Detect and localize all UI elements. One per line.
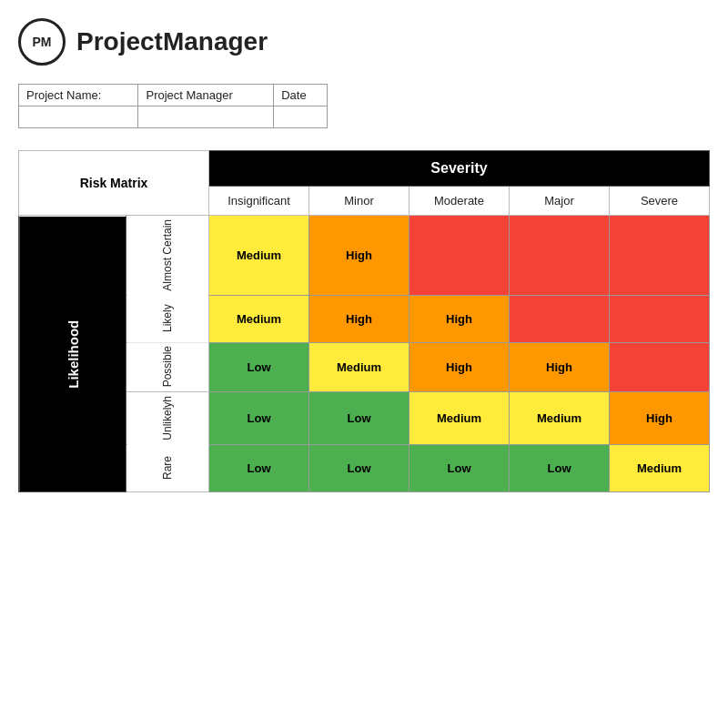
- app-title: ProjectManager: [76, 27, 268, 56]
- matrix-cell-1-3: Very High: [510, 295, 610, 342]
- project-manager-label: Project Manager: [138, 85, 274, 106]
- matrix-cell-0-4: Very High: [610, 216, 710, 296]
- app-header: PM ProjectManager: [18, 18, 710, 66]
- col-header-1: Minor: [309, 187, 410, 216]
- project-info-label-row: Project Name: Project Manager Date: [19, 85, 328, 106]
- project-info-table: Project Name: Project Manager Date: [18, 84, 328, 128]
- matrix-cell-4-1: Low: [309, 444, 410, 491]
- col-header-4: Severe: [610, 187, 710, 216]
- matrix-cell-2-4: Very High: [610, 342, 710, 391]
- matrix-cell-3-1: Low: [309, 392, 410, 445]
- matrix-cell-0-1: High: [309, 216, 410, 296]
- matrix-cell-0-2: Very High: [410, 216, 510, 296]
- project-info-value-row: [19, 106, 328, 128]
- date-label: Date: [274, 85, 328, 106]
- likelihood-label-1: Likely: [126, 295, 209, 342]
- matrix-cell-1-0: Medium: [209, 295, 309, 342]
- col-header-2: Moderate: [410, 187, 510, 216]
- matrix-cell-4-2: Low: [410, 444, 510, 491]
- matrix-cell-3-2: Medium: [410, 392, 510, 445]
- date-value[interactable]: [274, 106, 328, 128]
- matrix-cell-4-4: Medium: [610, 444, 710, 491]
- matrix-cell-2-2: High: [410, 342, 510, 391]
- matrix-cell-2-1: Medium: [309, 342, 410, 391]
- matrix-cell-2-3: High: [510, 342, 610, 391]
- matrix-body: LikelihoodAlmost CertainMediumHighVery H…: [19, 216, 710, 492]
- matrix-row: LikelihoodAlmost CertainMediumHighVery H…: [19, 216, 710, 296]
- matrix-cell-0-3: Very High: [510, 216, 610, 296]
- matrix-cell-2-0: Low: [209, 342, 309, 391]
- risk-matrix-table: Risk Matrix Severity InsignificantMinorM…: [18, 150, 710, 492]
- project-name-label: Project Name:: [19, 85, 138, 106]
- project-name-value[interactable]: [19, 106, 138, 128]
- app-logo: PM: [18, 18, 66, 66]
- risk-matrix-label-cell: Risk Matrix: [19, 151, 209, 216]
- matrix-cell-4-0: Low: [209, 444, 309, 491]
- matrix-cell-1-1: High: [309, 295, 410, 342]
- likelihood-label-2: Possible: [126, 342, 209, 391]
- likelihood-label-0: Almost Certain: [126, 216, 209, 296]
- matrix-cell-3-0: Low: [209, 392, 309, 445]
- matrix-cell-3-3: Medium: [510, 392, 610, 445]
- matrix-cell-0-0: Medium: [209, 216, 309, 296]
- likelihood-label-3: Unlikelyh: [126, 392, 209, 445]
- likelihood-axis-label: Likelihood: [19, 216, 126, 492]
- risk-matrix-label: Risk Matrix: [80, 176, 148, 190]
- matrix-cell-4-3: Low: [510, 444, 610, 491]
- matrix-cell-1-4: Very High: [610, 295, 710, 342]
- severity-header: Severity: [209, 151, 710, 187]
- logo-text: PM: [33, 35, 52, 49]
- col-header-3: Major: [510, 187, 610, 216]
- likelihood-label-4: Rare: [126, 444, 209, 491]
- severity-header-row: Risk Matrix Severity: [19, 151, 710, 187]
- project-manager-value[interactable]: [138, 106, 274, 128]
- matrix-cell-3-4: High: [610, 392, 710, 445]
- matrix-cell-1-2: High: [410, 295, 510, 342]
- col-header-0: Insignificant: [209, 187, 309, 216]
